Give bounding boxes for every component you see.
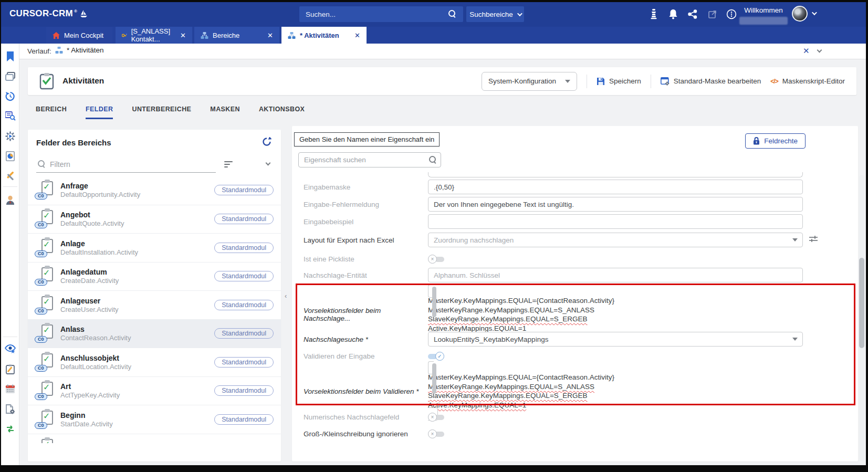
history-bar: Verlauf: * Aktivitäten ✕ [19, 44, 866, 59]
caret-down-icon[interactable] [792, 238, 798, 242]
validieren-toggle-on[interactable]: ✓ [428, 352, 803, 361]
fields-list: ✓C0 AnfrageDefaultOpportunity.Activity S… [28, 176, 281, 443]
windows-stack-icon[interactable] [1, 68, 19, 84]
nachschlagesuche-combobox[interactable] [428, 332, 803, 347]
excel-layout-combobox[interactable] [428, 233, 803, 247]
tab-s-anlass-kontakt[interactable]: [S_ANLASS] Kontakt... ✕ [116, 27, 192, 44]
numerisch-toggle-off[interactable]: × [428, 413, 803, 422]
tab-unterbereiche[interactable]: UNTERBEREICHE [132, 106, 191, 119]
global-search-input[interactable] [299, 6, 463, 22]
profile-chevron-icon[interactable] [812, 10, 817, 15]
mask-script-editor-button[interactable]: </> Maskenskript-Editor [770, 77, 845, 85]
list-item-anlagedatum[interactable]: ✓C0 AnlagedatumCreateDate.Activity Stand… [28, 262, 281, 291]
list-item-angebot[interactable]: ✓C0 AngebotDefaultQuote.Activity Standar… [28, 205, 281, 234]
activity-clipboard-icon: ✓C0 [36, 238, 54, 257]
field-label: Nachschlage-Entität [304, 271, 428, 279]
form-row-eingabe-fehlermeldung: Eingabe-Fehlermeldung [304, 197, 803, 212]
fehlermeldung-input[interactable] [428, 197, 803, 212]
close-icon[interactable]: ✕ [803, 46, 810, 56]
tab-mein-cockpit[interactable]: Mein Cockpit [46, 27, 112, 44]
property-search-input[interactable] [298, 152, 441, 167]
tab-aktionsbox[interactable]: AKTIONSBOX [259, 106, 305, 119]
close-icon[interactable]: ✕ [267, 32, 273, 39]
tab-masken[interactable]: MASKEN [210, 106, 240, 119]
form-row-numerisches-nachschlagefeld: Numerisches Nachschlagefeld × [304, 413, 803, 422]
save-button[interactable]: Speichern [597, 77, 641, 86]
nachschlage-entitaet-input[interactable] [428, 268, 803, 282]
tools-icon[interactable] [1, 168, 19, 184]
search-list-icon[interactable] [1, 108, 19, 124]
history-current-item[interactable]: * Aktivitäten [55, 46, 104, 54]
eye-star-icon[interactable] [1, 341, 19, 356]
sliders-settings-icon[interactable] [809, 235, 818, 243]
co-badge: C0 [35, 193, 47, 200]
close-icon[interactable]: ✕ [354, 32, 360, 39]
history-icon[interactable] [1, 88, 19, 104]
standardmodul-badge: Standardmodul [214, 328, 274, 339]
pickliste-toggle-off[interactable]: × [428, 255, 803, 264]
sort-icon[interactable] [224, 161, 234, 169]
list-item-partial[interactable]: ✓C0 Beschreibung [28, 434, 281, 444]
config-select[interactable]: System-Konfiguration [482, 72, 577, 91]
share-icon[interactable] [687, 8, 698, 20]
list-item-anfrage[interactable]: ✓C0 AnfrageDefaultOpportunity.Activity S… [28, 176, 281, 205]
chevron-down-icon[interactable] [817, 48, 822, 53]
field-label: Nachschlagesuche * [304, 335, 428, 343]
bookmark-icon[interactable] [1, 48, 19, 64]
clipboard-edit-icon[interactable] [1, 361, 19, 377]
field-label: Validieren der Eingabe [304, 352, 428, 360]
list-item-anschlussobjekt[interactable]: ✓C0 AnschlussobjektDefaultLocation.Activ… [28, 348, 281, 376]
field-rights-button[interactable]: Feldrechte [745, 133, 806, 149]
list-item-anlage[interactable]: ✓C0 AnlageDefaultInstallation.Activity S… [28, 233, 281, 262]
refresh-icon[interactable] [262, 137, 271, 146]
calendar-icon[interactable] [1, 381, 19, 397]
search-icon[interactable] [448, 10, 456, 19]
filter-input[interactable] [50, 158, 213, 171]
lighthouse-icon[interactable] [648, 8, 660, 20]
tab-bereiche[interactable]: Bereiche ✕ [194, 27, 279, 44]
form-scrollbar-thumb[interactable] [859, 258, 864, 348]
edit-default-mask-button[interactable]: Standard-Maske bearbeiten [661, 77, 761, 86]
document-gear-icon[interactable] [1, 401, 19, 417]
list-item-anlageuser[interactable]: ✓C0 AnlageuserCreateUser.Activity Standa… [28, 290, 281, 319]
report-pie-icon[interactable] [1, 148, 19, 164]
textarea-scrollbar[interactable] [432, 363, 436, 399]
filter-underline [36, 172, 216, 173]
field-name: Anlageuser [60, 297, 119, 305]
textarea-scrollbar[interactable] [432, 287, 436, 322]
eingabemaske-input[interactable] [428, 180, 803, 194]
close-icon[interactable]: ✕ [180, 32, 186, 39]
gross-klein-toggle-off[interactable]: × [428, 429, 803, 438]
user-icon[interactable] [1, 192, 19, 207]
vorselektion-validieren-textarea[interactable]: MasterKey.KeyMappings.EQUAL={ContactReas… [428, 361, 803, 421]
activity-clipboard-icon: ✓C0 [36, 353, 54, 372]
collapse-panel-chevron-icon[interactable]: ‹ [285, 292, 287, 300]
list-item-art[interactable]: ✓C0 ArtActTypeKey.Activity Standardmodul [28, 376, 281, 405]
avatar[interactable] [792, 6, 808, 22]
textarea-line: SlaveKeyRange.KeyMappings.EQUAL=S_ERGEB [428, 314, 588, 324]
search-scope-dropdown[interactable]: Suchbereiche [466, 6, 524, 22]
tab-bereich[interactable]: BEREICH [36, 106, 67, 119]
activity-clipboard-icon: ✓C0 [36, 267, 54, 286]
mask-script-editor-label: Maskenskript-Editor [782, 77, 845, 85]
frame-edge [866, 0, 868, 472]
home-icon [53, 32, 60, 39]
notifications-bell-icon[interactable] [667, 8, 679, 20]
activity-clipboard-icon: ✓C0 [36, 410, 54, 429]
list-item-beginn[interactable]: ✓C0 BeginnStartDate.Activity Standardmod… [28, 405, 281, 434]
caret-down-icon[interactable] [792, 338, 798, 341]
property-hint-tooltip: Geben Sie den Namen einer Eigenschaft ei… [294, 132, 440, 146]
sync-arrows-icon[interactable] [1, 421, 19, 437]
external-link-icon[interactable] [706, 8, 718, 20]
form-scrollbar-track[interactable] [859, 175, 864, 461]
sidebar-divider [3, 337, 17, 337]
activity-clipboard-icon: ✓C0 [36, 296, 54, 314]
chevron-down-icon[interactable] [266, 161, 271, 166]
tab-aktivitaeten[interactable]: * Aktivitäten ✕ [281, 27, 367, 44]
process-gear-icon[interactable] [1, 128, 19, 144]
tab-felder[interactable]: FELDER [86, 106, 113, 119]
list-item-anlass-selected[interactable]: ✓C0 AnlassContactReason.Activity Standar… [28, 319, 281, 348]
eingabebeispiel-input[interactable] [428, 214, 803, 229]
field-path: DefaultLocation.Activity [60, 363, 131, 371]
more-info-icon[interactable] [726, 8, 737, 20]
